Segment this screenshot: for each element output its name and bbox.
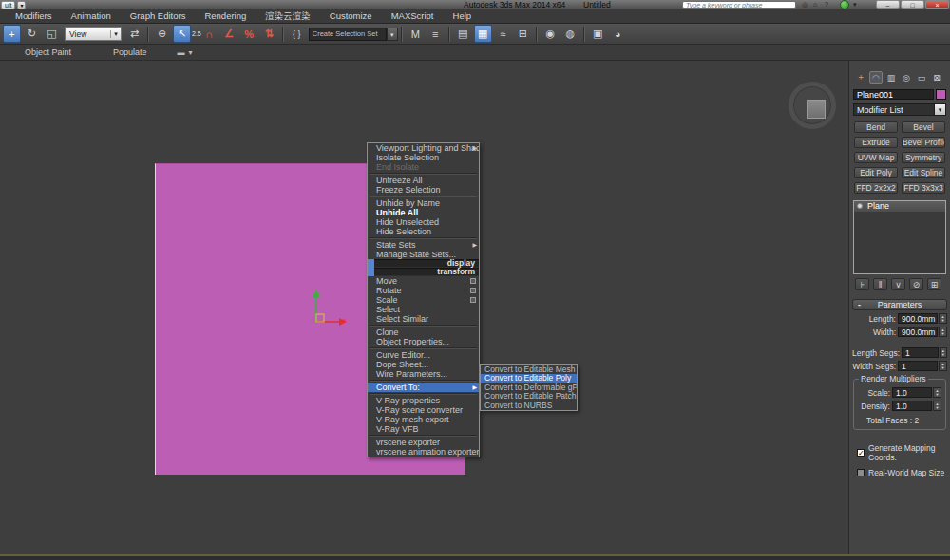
width-segs-spinner[interactable]: ▲▼ bbox=[939, 361, 947, 371]
settings-box-icon[interactable] bbox=[470, 297, 476, 303]
material-editor-button[interactable]: ◉ bbox=[542, 25, 560, 43]
tab-modify-icon[interactable]: ◠ bbox=[869, 71, 883, 84]
quad-item-select-similar[interactable]: Select Similar bbox=[368, 314, 479, 324]
quad-item-state-sets[interactable]: State Sets▶ bbox=[368, 240, 479, 250]
menu-maxscript[interactable]: MAXScript bbox=[382, 9, 444, 23]
viewcube-top-face[interactable] bbox=[807, 100, 826, 119]
render-setup-button[interactable]: ◍ bbox=[561, 25, 580, 43]
quad-item-clone[interactable]: Clone bbox=[368, 327, 479, 337]
modifier-button-bevel-profile[interactable]: Bevel Profile bbox=[902, 137, 945, 148]
length-segs-spinner[interactable]: ▲▼ bbox=[940, 347, 947, 358]
curve-editor-button[interactable]: ≈ bbox=[494, 25, 512, 43]
parameters-rollout-header[interactable]: - Parameters bbox=[852, 299, 947, 310]
select-and-manipulate-button[interactable]: ⊕ bbox=[153, 25, 171, 43]
chevron-down-icon[interactable]: ▾ bbox=[934, 104, 945, 115]
quad-item-unhide-by-name[interactable]: Unhide by Name bbox=[368, 198, 479, 208]
submenu-convert-deformable-gpoly[interactable]: Convert to Deformable gPoly bbox=[481, 383, 577, 392]
close-button[interactable]: × bbox=[925, 0, 949, 9]
width-spinner[interactable]: ▲▼ bbox=[939, 327, 947, 337]
select-object-button[interactable]: ↖ bbox=[173, 25, 191, 43]
quad-item-vray-properties[interactable]: V-Ray properties bbox=[368, 396, 479, 405]
selection-set-dropdown-icon[interactable]: ▾ bbox=[387, 28, 398, 41]
real-world-checkbox[interactable] bbox=[857, 469, 864, 476]
menu-customize[interactable]: Customize bbox=[320, 9, 382, 23]
reference-coordinate-dropdown[interactable]: View ▾ bbox=[65, 27, 122, 41]
tab-display-icon[interactable]: ▭ bbox=[915, 71, 928, 84]
ribbon-tab-populate[interactable]: Populate bbox=[113, 47, 147, 57]
quad-item-select[interactable]: Select bbox=[368, 305, 479, 314]
quad-item-freeze-selection[interactable]: Freeze Selection bbox=[368, 185, 479, 195]
quad-item-dope-sheet[interactable]: Dope Sheet... bbox=[368, 360, 479, 369]
signin-icon[interactable]: ⌂ bbox=[813, 0, 817, 9]
width-segs-input[interactable]: 1 bbox=[898, 361, 938, 371]
infocenter-dropdown-icon[interactable]: ▾ bbox=[853, 0, 857, 9]
make-unique-icon[interactable]: ∨ bbox=[891, 278, 905, 290]
menu-animation[interactable]: Animation bbox=[62, 9, 121, 23]
ribbon-tab-object-paint[interactable]: Object Paint bbox=[25, 47, 71, 57]
tab-create-icon[interactable]: ＋ bbox=[854, 71, 867, 84]
render-production-button[interactable]: ◕ bbox=[609, 25, 627, 43]
scale-button[interactable]: ◱ bbox=[43, 25, 61, 43]
show-end-result-icon[interactable]: ‖ bbox=[873, 278, 887, 290]
stack-item-plane[interactable]: Plane bbox=[854, 201, 945, 212]
scale-input[interactable]: 1.0 bbox=[892, 387, 932, 398]
align-button[interactable]: ≡ bbox=[427, 25, 445, 43]
named-selection-set-field[interactable]: Create Selection Set bbox=[309, 28, 387, 41]
viewcube[interactable] bbox=[788, 82, 836, 129]
quad-item-hide-selection[interactable]: Hide Selection bbox=[368, 227, 479, 236]
quad-item-vrscene-animation-exporter[interactable]: vrscene animation exporter bbox=[368, 447, 479, 457]
lightbulb-icon[interactable] bbox=[857, 203, 863, 209]
modifier-button-edit-poly[interactable]: Edit Poly bbox=[854, 167, 898, 178]
submenu-convert-nurbs[interactable]: Convert to NURBS bbox=[481, 401, 577, 410]
menu-graph-editors[interactable]: Graph Editors bbox=[121, 9, 196, 23]
generate-mapping-checkbox[interactable]: ✓ bbox=[857, 449, 864, 457]
quad-item-object-properties[interactable]: Object Properties... bbox=[368, 337, 479, 346]
quad-item-isolate-selection[interactable]: Isolate Selection bbox=[368, 153, 479, 162]
quad-item-unhide-all[interactable]: Unhide All bbox=[368, 208, 479, 217]
width-input[interactable]: 900.0mm bbox=[898, 327, 938, 337]
submenu-convert-editable-mesh[interactable]: Convert to Editable Mesh bbox=[481, 365, 577, 374]
menu-rendering[interactable]: Rendering bbox=[195, 9, 256, 23]
spinner-snap-button[interactable]: ⇅ bbox=[260, 25, 278, 43]
menu-modifiers[interactable]: Modifiers bbox=[6, 9, 62, 23]
menu-cloud-render[interactable]: 渲染云渲染 bbox=[256, 9, 320, 23]
schematic-view-button[interactable]: ⊞ bbox=[514, 25, 532, 43]
quad-item-convert-to[interactable]: Convert To:▶ bbox=[368, 383, 479, 392]
chevron-down-icon[interactable]: ▾ bbox=[110, 30, 121, 38]
search-input[interactable] bbox=[682, 1, 796, 9]
minimize-button[interactable]: – bbox=[876, 0, 900, 9]
pin-stack-icon[interactable]: ⊦ bbox=[855, 278, 869, 290]
restore-button[interactable]: □ bbox=[901, 0, 924, 9]
submenu-convert-editable-poly[interactable]: Convert to Editable Poly bbox=[481, 374, 577, 383]
modifier-list-dropdown[interactable]: Modifier List ▾ bbox=[853, 103, 946, 116]
quad-item-hide-unselected[interactable]: Hide Unselected bbox=[368, 217, 479, 227]
quick-access-button[interactable]: ult bbox=[1, 1, 15, 9]
modifier-button-bend[interactable]: Bend bbox=[854, 121, 898, 133]
tab-hierarchy-icon[interactable]: ▥ bbox=[884, 71, 898, 84]
modifier-stack[interactable]: Plane bbox=[853, 200, 946, 274]
quick-access-dropdown-icon[interactable]: ▾ bbox=[17, 1, 26, 9]
select-and-move-button[interactable]: + bbox=[3, 25, 21, 43]
modifier-button-extrude[interactable]: Extrude bbox=[854, 137, 898, 148]
quad-item-viewport-lighting[interactable]: Viewport Lighting and Shadows▶ bbox=[368, 143, 479, 153]
settings-box-icon[interactable] bbox=[470, 278, 476, 284]
length-input[interactable]: 900.0mm bbox=[898, 313, 938, 324]
modifier-button-bevel[interactable]: Bevel bbox=[902, 121, 945, 133]
modifier-button-uvw-map[interactable]: UVW Map bbox=[854, 152, 898, 163]
transform-gizmo[interactable]: x bbox=[299, 284, 356, 335]
infocenter-icon[interactable] bbox=[840, 0, 849, 9]
density-spinner[interactable]: ▲▼ bbox=[933, 401, 941, 411]
percent-snap-button[interactable]: % bbox=[240, 25, 258, 43]
configure-modifier-sets-icon[interactable]: ⊞ bbox=[927, 278, 941, 290]
use-center-button[interactable]: ⇄ bbox=[125, 25, 143, 43]
modifier-button-edit-spline[interactable]: Edit Spline bbox=[902, 167, 945, 178]
length-spinner[interactable]: ▲▼ bbox=[939, 313, 947, 324]
quad-item-curve-editor[interactable]: Curve Editor... bbox=[368, 350, 479, 360]
quad-item-unfreeze-all[interactable]: Unfreeze All bbox=[368, 176, 479, 185]
quad-item-rotate[interactable]: Rotate bbox=[368, 286, 479, 295]
search-icon[interactable]: ◎ bbox=[802, 0, 808, 9]
layer-manager-button[interactable]: ▤ bbox=[454, 25, 472, 43]
rotate-button[interactable]: ↻ bbox=[23, 25, 41, 43]
tab-utilities-icon[interactable]: ⊠ bbox=[930, 71, 943, 84]
ribbon-minimize-dropdown-icon[interactable]: ▾ bbox=[189, 48, 193, 57]
